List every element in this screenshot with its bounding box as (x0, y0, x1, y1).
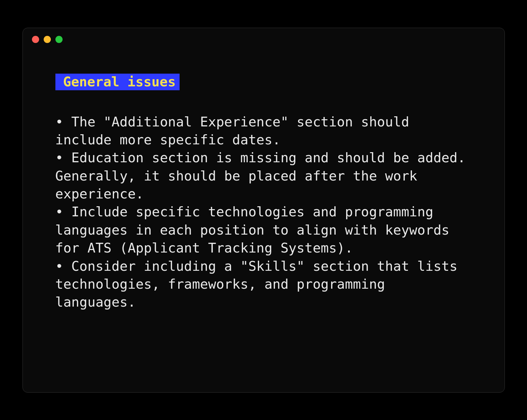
section-heading: General issues (55, 74, 180, 90)
minimize-icon[interactable] (44, 36, 51, 43)
maximize-icon[interactable] (55, 36, 63, 43)
content-area: General issues • The "Additional Experie… (23, 51, 505, 331)
close-icon[interactable] (32, 36, 39, 43)
window-titlebar (23, 28, 505, 51)
terminal-window: General issues • The "Additional Experie… (22, 28, 505, 393)
list-item: • Include specific technologies and prog… (55, 203, 472, 257)
list-item: • Education section is missing and shoul… (55, 149, 472, 203)
list-item: • The "Additional Experience" section sh… (55, 113, 472, 149)
list-item: • Consider including a "Skills" section … (55, 257, 472, 311)
bullet-list: • The "Additional Experience" section sh… (55, 113, 472, 311)
